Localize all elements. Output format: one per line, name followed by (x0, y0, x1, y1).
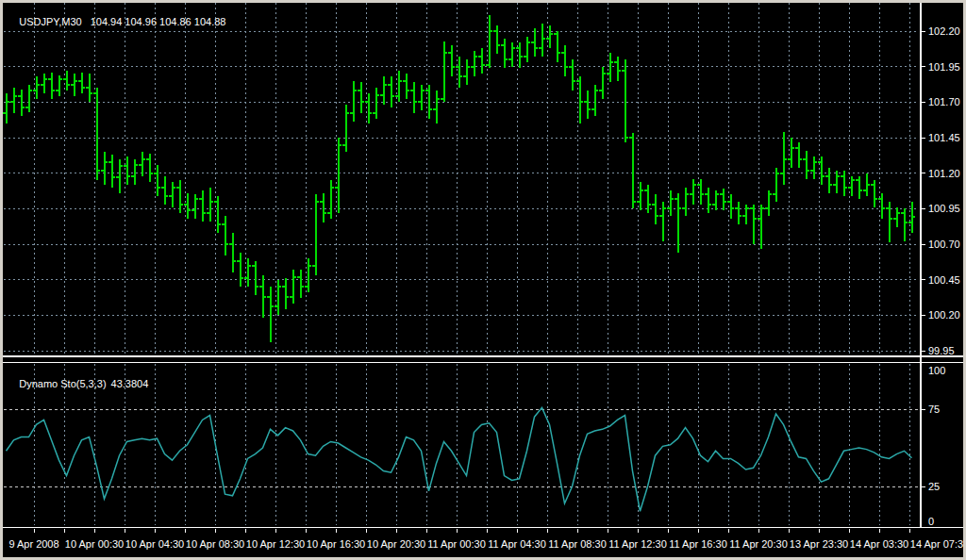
time-axis-label: 10 Apr 00:30 (65, 538, 124, 550)
price-axis-label: 100.45 (928, 274, 960, 286)
time-axis-label: 11 Apr 12:30 (608, 538, 667, 550)
chart-canvas[interactable]: 102.20101.95101.70101.45101.20100.95100.… (0, 0, 966, 560)
symbol-name: USDJPY,M30 (19, 16, 81, 27)
symbol-title: USDJPY,M30104.94 104.96 104.86 104.88 (8, 5, 225, 39)
price-axis-label: 100.95 (928, 203, 960, 214)
time-axis-label: 11 Apr 00:30 (427, 538, 486, 550)
time-axis-label: 14 Apr 03:30 (850, 538, 908, 550)
indicator-axis-label: 25 (928, 481, 940, 492)
indicator-value: 43.3804 (111, 378, 149, 389)
symbol-quote-ohlc: 104.94 104.96 104.86 104.88 (91, 16, 226, 27)
price-axis-label: 100.20 (928, 309, 960, 321)
indicator-axis-label: 0 (928, 516, 934, 527)
price-axis-label: 100.70 (928, 239, 960, 250)
window-border-top (0, 0, 966, 3)
pane-separator-lower (3, 362, 963, 364)
indicator-axis-label: 75 (928, 404, 940, 415)
time-axis-label: 10 Apr 20:30 (367, 538, 425, 550)
time-axis-line (3, 527, 963, 529)
time-axis-label: 9 Apr 2008 (8, 538, 58, 550)
time-axis-label: 14 Apr 07:30 (910, 538, 966, 550)
indicator-title: Dynamo Sto(5,3,3)43.3804 (8, 367, 148, 401)
window-border-left (0, 0, 3, 560)
time-axis-label: 10 Apr 16:30 (307, 538, 365, 550)
pane-separator-upper (3, 355, 963, 357)
indicator-axis-label: 100 (928, 365, 945, 376)
price-scale-line (920, 3, 922, 528)
time-axis-label: 10 Apr 08:30 (186, 538, 244, 550)
time-axis-label: 10 Apr 12:30 (246, 538, 305, 550)
time-axis-label: 10 Apr 04:30 (125, 538, 184, 550)
price-axis-label: 101.95 (928, 61, 960, 73)
time-axis-label: 11 Apr 08:30 (548, 538, 607, 550)
time-axis-label: 13 Apr 23:30 (790, 538, 848, 550)
price-axis-label: 102.20 (928, 25, 960, 37)
time-axis-label: 11 Apr 20:30 (729, 538, 788, 550)
price-axis-label: 101.20 (928, 168, 960, 179)
price-axis-label: 99.95 (928, 345, 955, 356)
indicator-name: Dynamo Sto(5,3,3) (19, 378, 106, 389)
time-axis-label: 11 Apr 04:30 (488, 538, 546, 550)
time-axis-label: 11 Apr 16:30 (669, 538, 727, 550)
price-axis-label: 101.70 (928, 96, 960, 107)
chart-window: 102.20101.95101.70101.45101.20100.95100.… (0, 0, 966, 560)
price-axis-label: 101.45 (928, 132, 960, 143)
